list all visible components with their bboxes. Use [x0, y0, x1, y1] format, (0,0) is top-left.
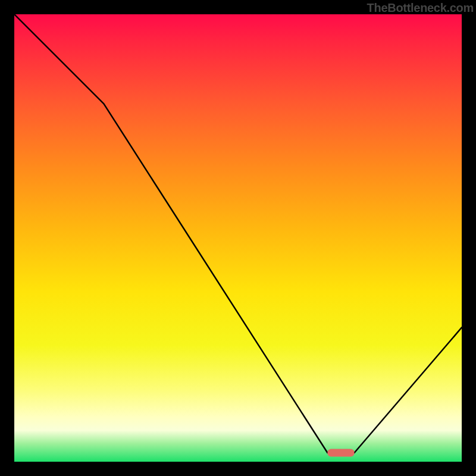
plot-area [14, 14, 462, 462]
bottleneck-curve [14, 14, 462, 453]
watermark-text: TheBottleneck.com [367, 1, 474, 15]
optimal-marker [327, 449, 354, 457]
chart-frame: TheBottleneck.com [0, 0, 476, 476]
chart-overlay [14, 14, 462, 462]
